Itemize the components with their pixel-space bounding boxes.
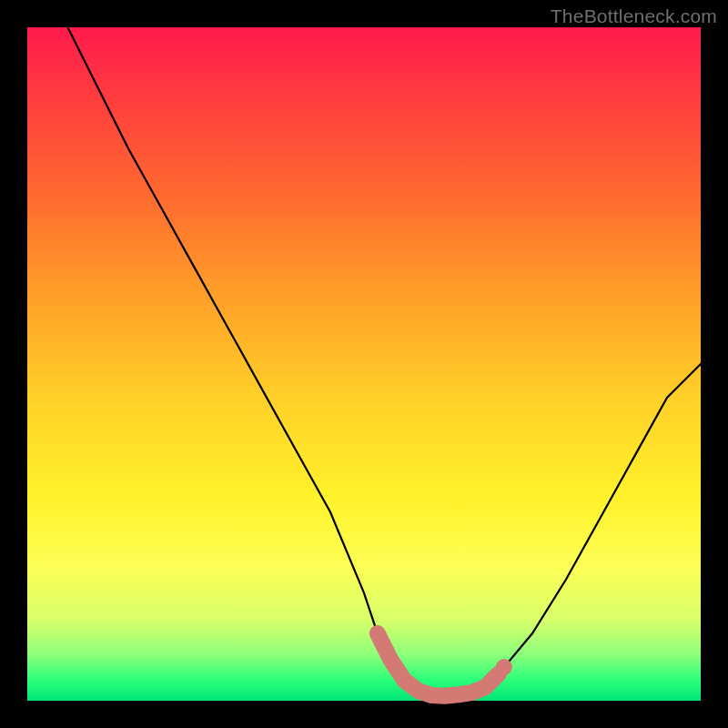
highlight-dot <box>496 659 512 675</box>
bottleneck-curve <box>67 27 701 701</box>
chart-frame: TheBottleneck.com <box>0 0 728 728</box>
curve-layer <box>27 27 701 701</box>
highlight-band <box>378 633 499 696</box>
watermark-text: TheBottleneck.com <box>551 5 717 27</box>
plot-area <box>27 27 701 701</box>
